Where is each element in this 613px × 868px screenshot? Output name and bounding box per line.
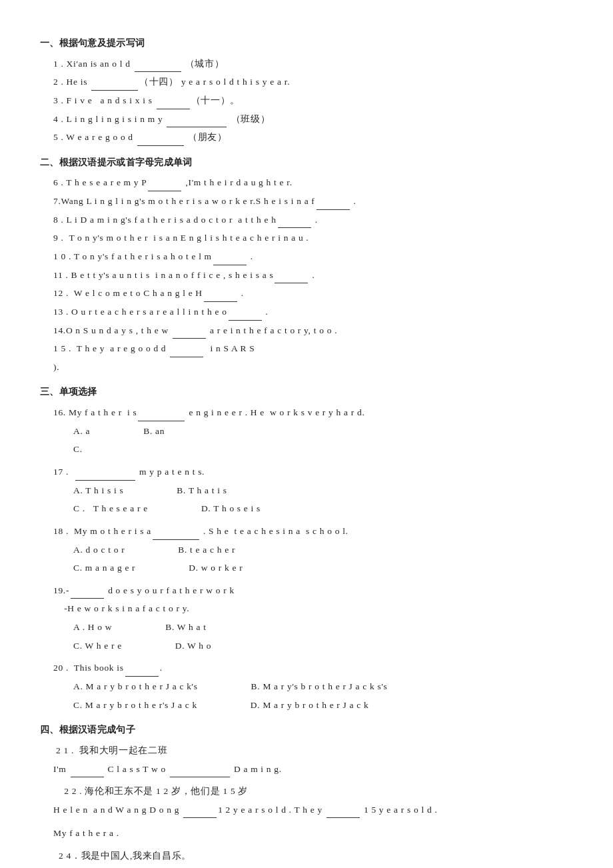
q18-options2: C. m a n a g e r D. w o r k e r [73, 559, 573, 577]
q22-chinese: 2 2 . 海伦和王东不是 1 2 岁，他们是 1 5 岁 [53, 783, 573, 800]
q16-options: A. a B. an [73, 423, 573, 440]
q20-optB[interactable]: B. M a r y's b r o t h e r J a c k s's [251, 678, 388, 695]
q18: 18 . My m o t h e r i s a . S h e t e a … [53, 523, 573, 540]
section-2-title: 二、根据汉语提示或首字母完成单词 [40, 154, 573, 172]
q1: 1 . Xi'an is an o l d （城市） [53, 55, 573, 73]
q19-blank[interactable] [71, 598, 104, 599]
q10-blank[interactable] [213, 265, 247, 265]
q11: 11 . B e t t y's a u n t i s i n a n o f… [53, 267, 573, 284]
q20-options2: C. M a r y b r o t h e r's J a c k D. M … [73, 697, 573, 714]
q18-optB[interactable]: B. t e a c h e r [178, 541, 235, 559]
q17-optA[interactable]: A. T h i s i s [73, 482, 123, 499]
q10: 1 0 . T o n y's f a t h e r i s a h o t … [53, 248, 573, 265]
q5: 5 . W e a r e g o o d （朋友） [53, 129, 573, 146]
q22-en: H e l e n a n d W a n g D o n g 1 2 y e … [53, 801, 573, 819]
q19-optB[interactable]: B. W h a t [165, 619, 206, 636]
q19a: 19.- d o e s y o u r f a t h e r w o r k [53, 582, 573, 599]
q24-chinese: 2 4．我是中国人,我来自昌乐。 [53, 847, 573, 865]
q17: 17 . m y p a t e n t s. [53, 463, 573, 481]
q20-optD[interactable]: D. M a r y b r o t h e r J a c k [251, 697, 369, 714]
q22-blank1[interactable] [183, 817, 217, 818]
q6: 6 . T h e s e a r e m y P ,I'm t h e i r… [53, 174, 573, 191]
q19-optC[interactable]: C. W h e r e [73, 637, 122, 655]
q14-blank[interactable] [173, 338, 206, 339]
q18-blank[interactable] [153, 539, 199, 540]
q2-blank[interactable] [91, 90, 138, 91]
q19-optA[interactable]: A . H o w [73, 619, 112, 636]
q17-optB[interactable]: B. T h a t i s [177, 482, 227, 499]
q21-blank2[interactable] [170, 777, 230, 777]
q15-blank[interactable] [170, 357, 203, 357]
q22-blank2[interactable] [326, 817, 360, 818]
q18-optC[interactable]: C. m a n a g e r [73, 559, 135, 577]
q19b: -H e w o r k s i n a f a c t o r y. [53, 600, 573, 617]
q20-optA[interactable]: A. M a r y b r o t h e r J a c k's [73, 678, 198, 695]
q22-block: 2 2 . 海伦和王东不是 1 2 岁，他们是 1 5 岁 H e l e n … [40, 783, 573, 818]
q13-blank[interactable] [229, 320, 262, 321]
q3: 3 . F i v e a n d s i x i s （十一）。 [53, 92, 573, 109]
section-1-title: 一、根据句意及提示写词 [40, 35, 573, 53]
q1-blank[interactable] [135, 71, 181, 72]
q5-blank[interactable] [137, 145, 184, 146]
q7-blank[interactable] [316, 209, 350, 210]
q18-block: 18 . My m o t h e r i s a . S h e t e a … [40, 523, 573, 577]
section-4-title: 四、根据汉语完成句子 [40, 721, 573, 739]
q18-optA[interactable]: A. d o c t o r [73, 541, 125, 559]
q19-options2: C. W h e r e D. W h o [73, 637, 573, 655]
q19-block: 19.- d o e s y o u r f a t h e r w o r k… [40, 582, 573, 655]
q15-paren: ). [53, 359, 573, 376]
q17-optC[interactable]: C . T h e s e a r e [73, 500, 148, 517]
q21-blank1[interactable] [71, 777, 104, 777]
q19-optD[interactable]: D. W h o [175, 637, 211, 655]
q6-blank[interactable] [148, 191, 181, 191]
q18-optD[interactable]: D. w o r k e r [189, 559, 243, 577]
q19-options: A . H o w B. W h a t [73, 619, 573, 636]
q16: 16. My f a t h e r i s e n g i n e e r .… [53, 404, 573, 421]
q20-block: 20 . This book is. A. M a r y b r o t h … [40, 659, 573, 713]
q20-blank[interactable] [125, 676, 159, 677]
q17-options2: C . T h e s e a r e D. T h o s e i s [73, 500, 573, 517]
q4: 4 . L i n g l i n g i s i n m y （班级） [53, 111, 573, 128]
q12-blank[interactable] [204, 301, 237, 302]
q17-blank[interactable] [75, 480, 135, 481]
q16-optB[interactable]: B. an [143, 423, 165, 440]
section-2: 二、根据汉语提示或首字母完成单词 6 . T h e s e a r e m y… [40, 154, 573, 376]
q14: 14.O n S u n d a y s , t h e w a r e i n… [53, 322, 573, 339]
section-4: 四、根据汉语完成句子 2 1 . 我和大明一起在二班 I'm C l a s s… [40, 721, 573, 864]
q20: 20 . This book is. [53, 659, 573, 677]
q15: 1 5 . T h e y a r e g o o d d i n S A R … [53, 340, 573, 357]
q16-options2: C. [73, 441, 573, 458]
q17-optD[interactable]: D. T h o s e i s [201, 500, 261, 517]
q2: 2 . He is （十四） y e a r s o l d t h i s y… [53, 73, 573, 91]
q7: 7.Wang L i n g l i n g's m o t h e r i s… [53, 193, 573, 210]
section-1: 一、根据句意及提示写词 1 . Xi'an is an o l d （城市） 2… [40, 35, 573, 146]
q21-en: I'm C l a s s T w o D a m i n g. [53, 761, 573, 778]
q4-blank[interactable] [167, 127, 227, 127]
worksheet: 一、根据句意及提示写词 1 . Xi'an is an o l d （城市） 2… [40, 35, 573, 865]
q23-block: My f a t h e r a . [40, 825, 573, 842]
q21-chinese: 2 1 . 我和大明一起在二班 [53, 742, 573, 759]
section-3-title: 三、单项选择 [40, 383, 573, 401]
section-3: 三、单项选择 16. My f a t h e r i s e n g i n … [40, 383, 573, 713]
q24-block: 2 4．我是中国人,我来自昌乐。 [40, 847, 573, 865]
q16-optC[interactable]: C. [73, 441, 83, 458]
q12: 12 . W e l c o m e t o C h a n g l e H . [53, 285, 573, 302]
q21-block: 2 1 . 我和大明一起在二班 I'm C l a s s T w o D a … [40, 742, 573, 777]
q17-options: A. T h i s i s B. T h a t i s [73, 482, 573, 499]
q16-blank[interactable] [138, 421, 185, 421]
q8: 8 . L i D a m i n g's f a t h e r i s a … [53, 211, 573, 229]
q13: 13 . O u r t e a c h e r s a r e a l l i… [53, 303, 573, 321]
q8-blank[interactable] [278, 227, 311, 228]
q3-blank[interactable] [157, 109, 190, 109]
q20-options: A. M a r y b r o t h e r J a c k's B. M … [73, 678, 573, 695]
q20-optC[interactable]: C. M a r y b r o t h e r's J a c k [73, 697, 197, 714]
q16-optA[interactable]: A. a [73, 423, 90, 440]
q17-block: 17 . m y p a t e n t s. A. T h i s i s B… [40, 463, 573, 517]
q11-blank[interactable] [275, 283, 308, 283]
q18-options: A. d o c t o r B. t e a c h e r [73, 541, 573, 559]
q23-en: My f a t h e r a . [53, 825, 573, 842]
q16-block: 16. My f a t h e r i s e n g i n e e r .… [40, 404, 573, 458]
q9: 9 . T o n y's m o t h e r i s a n E n g … [53, 229, 573, 247]
